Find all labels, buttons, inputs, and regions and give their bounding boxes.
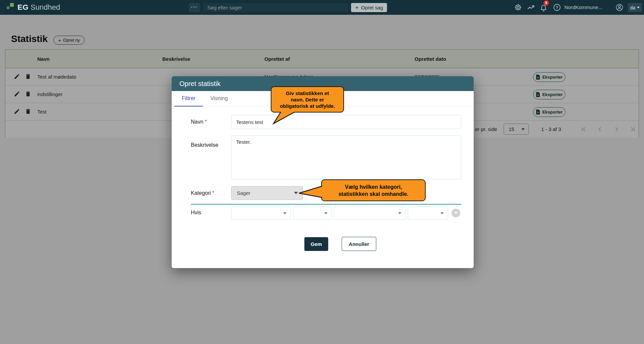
notification-count-badge: 8 [544, 0, 549, 6]
required-asterisk: * [212, 190, 214, 196]
tooltip-tail-left [297, 185, 323, 199]
help-icon[interactable]: ? [553, 3, 561, 11]
category-field-label: Kategori* [191, 190, 214, 196]
description-textarea[interactable]: Tester. [231, 135, 461, 179]
trends-chart-icon[interactable] [527, 3, 535, 11]
chevron-down-icon [324, 212, 328, 214]
settings-gear-icon[interactable] [514, 3, 522, 11]
tenant-name[interactable]: NordKommune... [564, 0, 602, 15]
condition-field-select[interactable] [231, 207, 291, 220]
create-case-button[interactable]: + Opret sag [351, 3, 387, 12]
eg-logo-icon [6, 3, 15, 12]
top-navigation-bar: EG Sundhed ··· + Opret sag 8 [0, 0, 644, 15]
name-input[interactable] [231, 115, 461, 129]
category-hint-tooltip: Vælg hvilken kategori, statistikken skal… [321, 179, 426, 201]
product-name: Sundhed [31, 3, 60, 12]
chevron-down-icon [398, 212, 401, 214]
name-hint-tooltip: Giv statistikken et navn. Dette er oblig… [271, 86, 344, 113]
description-field-label: Beskrivelse [191, 142, 218, 148]
condition-operator-select[interactable] [293, 207, 332, 220]
name-field-label: Navn* [191, 119, 207, 125]
chevron-down-icon [283, 212, 287, 214]
language-selector[interactable]: da [628, 3, 642, 12]
required-asterisk: * [205, 119, 207, 125]
chevron-down-icon [637, 7, 640, 8]
user-profile-icon[interactable] [615, 3, 624, 11]
clear-condition-icon[interactable]: × [452, 209, 460, 217]
condition-extra-select[interactable] [408, 207, 448, 220]
category-select[interactable]: Sager [231, 186, 303, 200]
more-menu-button[interactable]: ··· [189, 3, 200, 12]
dialog-tabs: Filtrer Visning [174, 91, 235, 107]
app-logo: EG Sundhed [6, 0, 60, 15]
condition-field-label: Hvis [191, 210, 201, 216]
condition-value-select[interactable] [334, 207, 406, 220]
svg-text:?: ? [556, 5, 558, 10]
brand-name: EG [17, 3, 29, 12]
chevron-down-icon [440, 212, 444, 214]
tab-filtrer[interactable]: Filtrer [174, 91, 203, 107]
search-input[interactable] [203, 3, 348, 12]
section-divider [191, 204, 461, 205]
cancel-button[interactable]: Annuller [342, 237, 376, 251]
save-button[interactable]: Gem [304, 237, 328, 251]
tooltip-tail-down [271, 112, 296, 125]
plus-icon: + [355, 5, 359, 11]
tab-visning[interactable]: Visning [203, 91, 235, 107]
